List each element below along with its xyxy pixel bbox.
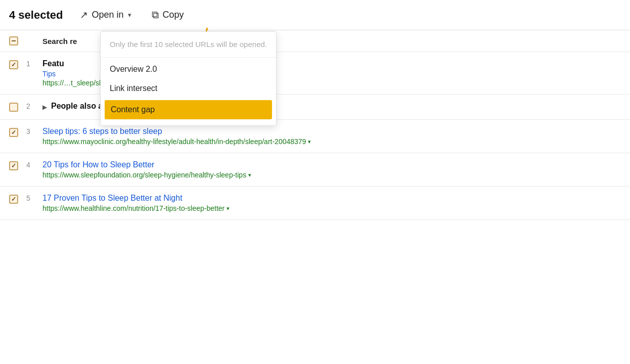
row-4-number: 4: [26, 160, 42, 169]
row-4-url[interactable]: https://www.sleepfoundation.org/sleep-hy…: [42, 171, 621, 179]
row-1-number: 1: [26, 59, 42, 68]
table-row: 4 20 Tips for How to Sleep Better https:…: [0, 153, 630, 187]
row-5-checkbox[interactable]: [9, 195, 18, 204]
row-5-content: 17 Proven Tips to Sleep Better at Night …: [42, 194, 621, 212]
dropdown-item-link-intersect[interactable]: Link intersect: [101, 79, 276, 98]
dropdown-hint: Only the first 10 selected URLs will be …: [101, 32, 276, 58]
row-4-checkbox[interactable]: [9, 161, 18, 170]
open-in-label: Open in: [92, 10, 123, 20]
row-5-title[interactable]: 17 Proven Tips to Sleep Better at Night: [42, 194, 621, 203]
row-3-title[interactable]: Sleep tips: 6 steps to better sleep: [42, 127, 621, 136]
copy-button[interactable]: ⧉ Copy: [149, 7, 187, 23]
row-4-title[interactable]: 20 Tips for How to Sleep Better: [42, 160, 621, 169]
open-in-button[interactable]: ↗︎ Open in ▾: [77, 7, 134, 23]
table-row: 3 Sleep tips: 6 steps to better sleep ht…: [0, 120, 630, 153]
table-row: 1 Featu Tips https://…t_sleep/sleep_hygi…: [0, 52, 630, 95]
chevron-down-icon: ▾: [128, 11, 131, 19]
row-2-number: 2: [26, 102, 42, 110]
dropdown-item-overview[interactable]: Overview 2.0: [101, 60, 276, 79]
open-in-icon: ↗︎: [80, 9, 88, 21]
results-table: Search re 1 Featu Tips https://…t_sleep/…: [0, 30, 630, 220]
row-1-checkbox[interactable]: [9, 60, 18, 69]
copy-label: Copy: [162, 10, 184, 20]
open-in-dropdown: Only the first 10 selected URLs will be …: [100, 31, 277, 126]
url-chevron-icon: ▾: [308, 139, 311, 145]
toolbar: 4 selected ↗︎ Open in ▾ ⧉ Copy Only the …: [0, 0, 630, 30]
row-3-content: Sleep tips: 6 steps to better sleep http…: [42, 127, 621, 146]
select-all-checkbox[interactable]: [9, 36, 18, 46]
copy-icon: ⧉: [152, 9, 159, 21]
row-3-checkbox[interactable]: [9, 128, 18, 137]
row-3-number: 3: [26, 127, 42, 135]
table-row: 2 ▶ People also ask: [0, 95, 630, 120]
url-chevron-icon: ▾: [227, 205, 230, 212]
table-header-row: Search re: [0, 30, 630, 52]
selected-count: 4 selected: [9, 9, 63, 22]
dropdown-item-content-gap[interactable]: Content gap: [105, 100, 272, 119]
row-5-number: 5: [26, 194, 42, 202]
expand-icon[interactable]: ▶: [42, 104, 47, 111]
row-4-content: 20 Tips for How to Sleep Better https://…: [42, 160, 621, 179]
row-5-url[interactable]: https://www.healthline.com/nutrition/17-…: [42, 204, 621, 212]
column-header-search-results: Search re: [42, 37, 77, 46]
row-3-url[interactable]: https://www.mayoclinic.org/healthy-lifes…: [42, 138, 621, 146]
url-chevron-icon: ▾: [248, 172, 251, 178]
table-row: 5 17 Proven Tips to Sleep Better at Nigh…: [0, 187, 630, 220]
row-2-checkbox[interactable]: [9, 103, 18, 112]
